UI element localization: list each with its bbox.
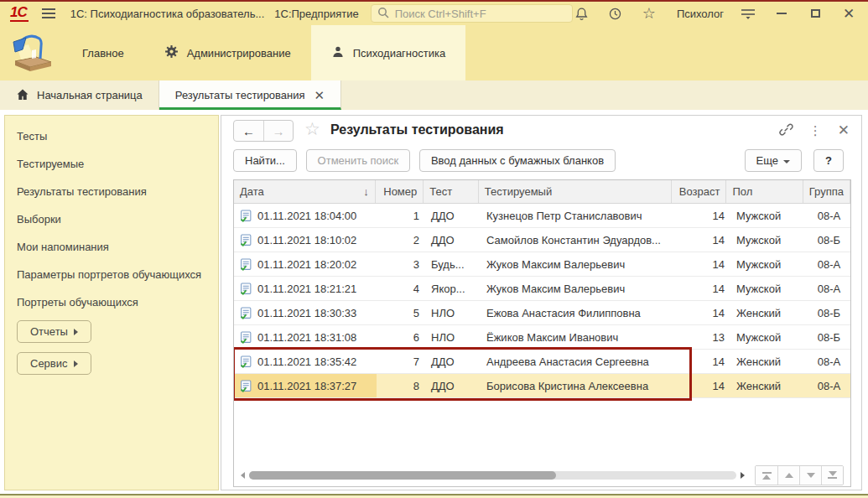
column-header-2[interactable]: Номер <box>376 180 424 203</box>
sidebar-item-5[interactable]: Мои напоминания <box>5 233 218 261</box>
cell-date: 01.11.2021 18:04:00 <box>234 204 377 227</box>
chevron-right-icon <box>74 329 78 335</box>
column-header-label: Дата <box>240 185 264 198</box>
table-row[interactable]: 01.11.2021 18:21:214Якор...Жуков Максим … <box>234 277 850 301</box>
sidebar-item-4[interactable]: Выборки <box>5 205 218 233</box>
history-icon[interactable] <box>606 4 625 23</box>
arrow-down-icon: ↓ <box>363 185 369 198</box>
section-tab-2[interactable]: Администрирование <box>144 25 311 80</box>
global-search[interactable] <box>371 4 573 23</box>
table-row[interactable]: 01.11.2021 18:20:023Будь...Жуков Максим … <box>234 252 850 277</box>
section-tab-3[interactable]: Психодиагностика <box>311 25 466 80</box>
cell-date: 01.11.2021 18:30:33 <box>234 301 377 324</box>
app-name: 1С:Предприятие <box>274 8 358 20</box>
table-body: 01.11.2021 18:04:001ДДОКузнецов Петр Ста… <box>234 204 850 398</box>
favorite-star-icon[interactable]: ☆ <box>304 119 320 139</box>
cell-test: НЛО <box>425 301 481 324</box>
table-row[interactable]: 01.11.2021 18:30:335НЛОЕжова Анастасия Ф… <box>234 301 850 325</box>
paper-forms-input-button[interactable]: Ввод данных с бумажных бланков <box>419 149 616 172</box>
favorites-star-icon[interactable]: ☆ <box>640 4 658 23</box>
tab-label: Результаты тестирования <box>175 89 305 101</box>
sidebar-item-7[interactable]: Портреты обучающихся <box>5 288 218 316</box>
form-close-icon[interactable]: ✕ <box>838 122 850 139</box>
sidebar-button-2[interactable]: Сервис <box>17 352 91 375</box>
cell-num: 8 <box>377 374 425 397</box>
help-button[interactable]: ? <box>813 149 844 172</box>
content-area: ТестыТестируемыеРезультаты тестированияВ… <box>0 110 868 494</box>
chevron-right-icon <box>74 361 78 367</box>
window-tab-2[interactable]: Результаты тестирования✕ <box>159 80 341 110</box>
document-posted-icon <box>240 331 252 344</box>
find-button[interactable]: Найти... <box>233 149 297 172</box>
document-posted-icon <box>240 210 252 222</box>
document-posted-icon <box>240 258 252 271</box>
cell-group: 08-А <box>808 204 850 227</box>
go-last-row-button[interactable] <box>821 466 843 485</box>
table-row[interactable]: 01.11.2021 18:10:022ДДОСамойлов Констант… <box>234 228 850 252</box>
column-header-label: Номер <box>383 185 417 198</box>
cell-group: 08-Б <box>808 325 850 349</box>
table-row[interactable]: 01.11.2021 18:31:086НЛОЁжиков Максим Ива… <box>234 325 850 350</box>
hamburger-icon[interactable] <box>42 6 55 21</box>
current-user[interactable]: Психолог <box>677 8 724 20</box>
column-header-6[interactable]: Пол <box>726 180 803 203</box>
sidebar-button-row: Сервис <box>5 348 218 380</box>
maximize-icon[interactable] <box>806 4 824 23</box>
back-arrow-icon[interactable]: ← <box>234 121 263 141</box>
tab-close-icon[interactable]: ✕ <box>314 88 325 103</box>
cell-test: ДДО <box>425 228 481 252</box>
previous-row-button[interactable] <box>777 466 799 485</box>
scroll-right-icon[interactable] <box>741 472 745 479</box>
cell-date: 01.11.2021 18:35:42 <box>234 350 377 373</box>
cell-date: 01.11.2021 18:37:27 <box>234 374 377 397</box>
sidebar-item-1[interactable]: Тесты <box>5 122 218 150</box>
cell-age: 14 <box>675 374 730 397</box>
minimize-icon[interactable] <box>772 4 791 23</box>
sidebar-item-6[interactable]: Параметры портретов обучающихся <box>5 261 218 288</box>
column-header-3[interactable]: Тест <box>424 180 479 203</box>
column-header-label: Тестируемый <box>485 185 552 198</box>
column-header-1[interactable]: Дата↓ <box>234 180 376 203</box>
form-title: Результаты тестирования <box>330 122 504 137</box>
window-tab-1[interactable]: Начальная страница <box>0 80 159 110</box>
bell-icon[interactable] <box>573 4 591 23</box>
column-header-7[interactable]: Группа <box>803 180 850 203</box>
table-row[interactable]: 01.11.2021 18:04:001ДДОКузнецов Петр Ста… <box>234 204 850 228</box>
search-input[interactable] <box>393 7 566 21</box>
cell-gender: Мужской <box>730 277 808 300</box>
sidebar-item-3[interactable]: Результаты тестирования <box>5 178 218 205</box>
more-button[interactable]: Еще <box>745 149 802 172</box>
sidebar-item-2[interactable]: Тестируемые <box>5 150 218 178</box>
next-row-button[interactable] <box>799 466 821 485</box>
forward-arrow-icon[interactable]: → <box>263 121 293 141</box>
section-tab-1[interactable]: Главное <box>62 25 144 80</box>
more-dots-icon[interactable]: ⋮ <box>809 123 822 138</box>
cell-gender: Мужской <box>730 204 808 227</box>
application-window: 1С 1С: Психодиагностика образователь... … <box>0 0 868 498</box>
form-toolbar: Найти... Отменить поиск Ввод данных с бу… <box>233 149 850 174</box>
close-icon[interactable]: ✕ <box>839 4 858 23</box>
user-menu-icon[interactable] <box>739 4 757 23</box>
cell-date-text: 01.11.2021 18:37:27 <box>257 380 356 392</box>
title-bar: 1С 1С: Психодиагностика образователь... … <box>0 2 868 25</box>
table-row[interactable]: 01.11.2021 18:37:278ДДОБорисова Кристина… <box>234 374 850 398</box>
column-header-4[interactable]: Тестируемый <box>479 180 672 203</box>
scroll-left-icon[interactable] <box>241 472 245 479</box>
horizontal-scrollbar[interactable] <box>241 471 745 480</box>
scrollbar-thumb[interactable] <box>249 471 556 480</box>
scrollbar-track[interactable] <box>249 471 736 480</box>
link-icon[interactable] <box>779 122 793 139</box>
cell-gender: Мужской <box>730 228 808 252</box>
cell-date-text: 01.11.2021 18:21:21 <box>257 283 356 295</box>
table-row[interactable]: 01.11.2021 18:35:427ДДОАндреева Анастаси… <box>234 350 850 374</box>
cell-date: 01.11.2021 18:21:21 <box>234 277 377 300</box>
go-first-row-button[interactable] <box>756 466 777 485</box>
cell-date-text: 01.11.2021 18:10:02 <box>257 234 356 246</box>
cell-test: Будь... <box>425 252 481 276</box>
sidebar-button-label: Сервис <box>30 357 68 370</box>
cell-age: 14 <box>675 350 730 373</box>
cancel-search-button[interactable]: Отменить поиск <box>306 149 411 172</box>
column-header-5[interactable]: Возраст <box>672 180 727 203</box>
sidebar-button-1[interactable]: Отчеты <box>17 320 91 343</box>
column-header-label: Группа <box>809 185 844 198</box>
